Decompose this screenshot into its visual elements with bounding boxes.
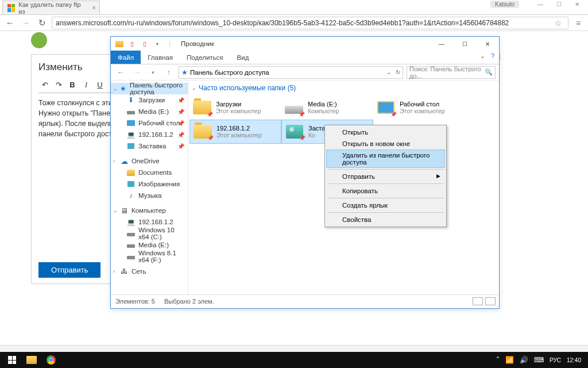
chrome-menu-icon[interactable]: ≡ [572, 18, 585, 28]
tree-network[interactable]: ›🖧Сеть [111, 266, 188, 277]
group-header[interactable]: ⌄ Часто используемые папки (5) [188, 80, 499, 94]
ctx-send[interactable]: Отправить▶ [326, 171, 445, 182]
tree-ip[interactable]: 💻192.168.1.2📌 [111, 129, 188, 140]
breadcrumb-bar[interactable]: ★ Панель быстрого доступа ⌄ ↻ [179, 66, 403, 79]
explorer-search[interactable]: Поиск: Панель быстрого до... 🔍 [407, 66, 496, 79]
tray-language[interactable]: РУС [550, 357, 561, 363]
window-minimize-icon[interactable]: — [532, 0, 549, 9]
tray-network-icon[interactable]: 📶 [505, 356, 514, 364]
explorer-maximize-icon[interactable]: ☐ [453, 37, 476, 51]
tree-onedrive[interactable]: ›☁OneDrive [111, 155, 188, 167]
tree-media2[interactable]: Media (E:) [111, 239, 188, 251]
tab-title: Как удалить папку ftp из [18, 1, 86, 15]
bookmark-star-icon[interactable]: ☆ [552, 18, 564, 28]
tree-downloads[interactable]: ⬇Загрузки📌 [111, 94, 188, 106]
window-close-icon[interactable]: ✕ [568, 0, 586, 9]
ribbon: Файл Главная Поделиться Вид ⌄ ? [111, 51, 499, 64]
nav-recent-icon[interactable]: ▾ [146, 66, 159, 79]
italic-icon[interactable]: I [80, 79, 92, 90]
refresh-icon[interactable]: ↻ [396, 69, 400, 75]
tree-screensaver[interactable]: Заставка📌 [111, 140, 188, 152]
bold-icon[interactable]: B [66, 79, 79, 90]
quick-access-icon: ★ [181, 68, 188, 76]
start-button[interactable] [2, 352, 22, 368]
separator [327, 198, 444, 198]
system-tray[interactable]: ˄ 📶 🔊 ⌨ РУС 12:40 [496, 356, 586, 364]
ctx-open-new[interactable]: Открыть в новом окне [326, 138, 445, 150]
browser-tab[interactable]: Как удалить папку ftp из × [2, 1, 100, 14]
folder-desktop[interactable]: Рабочий столЭтот компьютер 📌 [373, 95, 465, 120]
help-icon[interactable]: ? [491, 52, 494, 60]
explorer-close-icon[interactable]: ✕ [476, 37, 499, 51]
folder-downloads[interactable]: ЗагрузкиЭтот компьютер 📌 [189, 95, 281, 120]
nav-up-icon[interactable]: ↑ [163, 66, 175, 79]
redo-icon[interactable]: ↷ [52, 79, 65, 90]
qat-properties-icon[interactable]: ▯ [127, 39, 137, 49]
ctx-shortcut[interactable]: Создать ярлык [326, 200, 445, 211]
view-large-icon[interactable] [485, 297, 496, 305]
ribbon-tab-file[interactable]: Файл [111, 51, 141, 64]
ctx-open[interactable]: Открыть [326, 126, 445, 138]
window-maximize-icon[interactable]: ☐ [550, 0, 567, 9]
view-details-icon[interactable] [473, 297, 483, 305]
back-icon[interactable]: ← [3, 17, 16, 29]
windows-taskbar: ˄ 📶 🔊 ⌨ РУС 12:40 [0, 352, 588, 368]
tray-keyboard-icon[interactable]: ⌨ [534, 356, 544, 364]
context-menu: Открыть Открыть в новом окне Удалить из … [324, 125, 447, 227]
tray-clock[interactable]: 12:40 [567, 357, 581, 363]
nav-forward-icon[interactable]: → [130, 66, 143, 79]
folder-ip[interactable]: 192.168.1.2Этот компьютер 📌 [189, 120, 281, 144]
status-selected: Выбрано 2 элем. [164, 298, 214, 305]
ribbon-expand-icon[interactable]: ⌄ [480, 52, 485, 60]
explorer-titlebar[interactable]: ▯ ▯ ▾ | Проводник — ☐ ✕ [111, 37, 499, 51]
tree-computer[interactable]: ⌄🖥Компьютер [111, 205, 188, 216]
favicon-icon [7, 4, 15, 12]
browser-toolbar: ← → ↻ answers.microsoft.com/ru-ru/window… [0, 15, 588, 31]
address-bar[interactable]: answers.microsoft.com/ru-ru/windows/foru… [52, 17, 568, 29]
ctx-copy[interactable]: Копировать [326, 185, 445, 197]
avatar [31, 32, 47, 48]
breadcrumb-dropdown-icon[interactable]: ⌄ [386, 69, 391, 75]
separator [327, 169, 444, 170]
ribbon-tab-share[interactable]: Поделиться [180, 51, 230, 64]
tree-media[interactable]: Media (E:)📌 [111, 106, 188, 117]
separator [327, 183, 444, 184]
forward-icon[interactable]: → [20, 17, 32, 29]
tray-up-icon[interactable]: ˄ [496, 356, 500, 364]
qat-dropdown-icon[interactable]: ▾ [152, 39, 163, 49]
tree-desktop[interactable]: Рабочий стол📌 [111, 117, 188, 129]
underline-icon[interactable]: U [94, 79, 106, 90]
search-placeholder: Поиск: Панель быстрого до... [409, 66, 485, 79]
taskbar-explorer[interactable] [22, 352, 41, 368]
tree-win81[interactable]: Windows 8.1 x64 (F:) [111, 251, 188, 262]
tree-documents[interactable]: Documents [111, 167, 188, 178]
undo-icon[interactable]: ↶ [38, 79, 51, 90]
explorer-address-row: ← → ▾ ↑ ★ Панель быстрого доступа ⌄ ↻ По… [111, 64, 499, 80]
navigation-tree[interactable]: ⌄★Панель быстрого доступа ⬇Загрузки📌 Med… [111, 80, 188, 294]
tree-music[interactable]: ♪Музыка [111, 190, 188, 201]
explorer-statusbar: Элементов: 5 Выбрано 2 элем. [111, 294, 499, 307]
collapse-icon[interactable]: ⌄ [192, 85, 196, 91]
tree-pictures[interactable]: Изображения [111, 178, 188, 190]
explorer-app-icon [114, 39, 125, 49]
ctx-unpin[interactable]: Удалить из панели быстрого доступа [326, 150, 445, 168]
folder-media[interactable]: Media (E:)Компьютер 📌 [281, 95, 373, 120]
separator [327, 212, 444, 213]
url-text: answers.microsoft.com/ru-ru/windows/foru… [56, 19, 509, 27]
taskbar-chrome[interactable] [41, 352, 61, 368]
ribbon-tab-view[interactable]: Вид [230, 51, 256, 64]
qat-newfolder-icon[interactable]: ▯ [140, 39, 150, 49]
close-icon[interactable]: × [92, 4, 96, 12]
nav-back-icon[interactable]: ← [114, 66, 127, 79]
tray-volume-icon[interactable]: 🔊 [520, 356, 528, 364]
explorer-minimize-icon[interactable]: — [430, 37, 453, 51]
tree-win10[interactable]: Windows 10 x64 (C:) [111, 228, 188, 239]
chrome-user-badge[interactable]: Katsuto [490, 1, 519, 8]
reload-icon[interactable]: ↻ [36, 17, 48, 29]
ctx-properties[interactable]: Свойства [326, 214, 445, 225]
ribbon-tab-home[interactable]: Главная [141, 51, 180, 64]
submit-button[interactable]: Отправить [38, 262, 100, 278]
tree-quick-access[interactable]: ⌄★Панель быстрого доступа [111, 83, 188, 94]
tree-ip2[interactable]: 💻192.168.1.2 [111, 216, 188, 228]
breadcrumb-text: Панель быстрого доступа [190, 69, 269, 76]
